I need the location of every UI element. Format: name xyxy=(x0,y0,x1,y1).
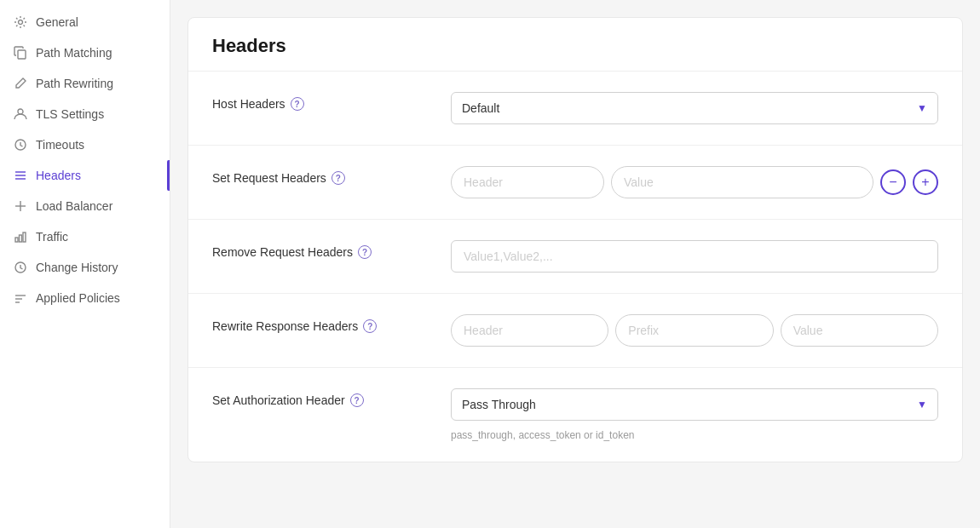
pencil-icon xyxy=(14,77,27,90)
svg-rect-1 xyxy=(18,50,26,59)
host-headers-dropdown-value: Default xyxy=(462,101,499,115)
set-request-headers-controls: Header Value − + xyxy=(451,166,938,198)
authorization-dropdown-value: Pass Through xyxy=(462,398,536,411)
rewrite-response-headers-row: Rewrite Response Headers ? Header Prefix… xyxy=(212,314,938,347)
cross-icon xyxy=(14,199,27,213)
set-request-headers-section: Set Request Headers ? Header Value − + xyxy=(188,145,962,219)
sidebar-item-tls-settings-label: TLS Settings xyxy=(36,107,104,121)
authorization-dropdown[interactable]: Pass Through ▼ xyxy=(451,388,938,421)
set-authorization-header-row: Set Authorization Header ? Pass Through … xyxy=(212,388,938,441)
set-authorization-header-section: Set Authorization Header ? Pass Through … xyxy=(188,367,962,462)
set-authorization-header-label: Set Authorization Header ? xyxy=(212,388,434,407)
copy-icon xyxy=(14,46,27,60)
page-title: Headers xyxy=(212,35,938,57)
sidebar-item-headers-label: Headers xyxy=(36,169,81,182)
authorization-hint: pass_through, access_token or id_token xyxy=(451,429,634,441)
svg-point-0 xyxy=(19,20,23,25)
sidebar: General Path Matching Path Rewriting TLS xyxy=(0,0,170,528)
rewrite-response-headers-help-icon[interactable]: ? xyxy=(363,319,377,333)
clock-icon xyxy=(14,138,27,152)
rewrite-response-headers-section: Rewrite Response Headers ? Header Prefix… xyxy=(188,293,962,367)
set-request-headers-help-icon[interactable]: ? xyxy=(331,171,345,185)
response-header-input[interactable]: Header xyxy=(451,314,608,347)
remove-request-headers-label: Remove Request Headers ? xyxy=(212,240,434,259)
set-request-headers-label: Set Request Headers ? xyxy=(212,166,434,185)
host-headers-dropdown[interactable]: Default ▼ xyxy=(451,92,938,124)
chevron-down-icon: ▼ xyxy=(917,399,927,410)
remove-request-headers-help-icon[interactable]: ? xyxy=(358,245,372,259)
host-headers-help-icon[interactable]: ? xyxy=(291,97,304,111)
host-headers-label: Host Headers ? xyxy=(212,92,434,111)
main-content: Headers Host Headers ? Default ▼ xyxy=(170,0,980,528)
remove-request-headers-section: Remove Request Headers ? Value1,Value2,.… xyxy=(188,219,962,293)
add-header-button[interactable]: + xyxy=(913,169,938,195)
set-authorization-header-help-icon[interactable]: ? xyxy=(350,393,364,407)
remove-header-button[interactable]: − xyxy=(880,169,906,195)
content-card: Headers Host Headers ? Default ▼ xyxy=(187,17,963,462)
set-request-headers-row: Set Request Headers ? Header Value − + xyxy=(212,166,938,198)
person-icon xyxy=(14,107,27,121)
sidebar-item-change-history[interactable]: Change History xyxy=(0,252,170,283)
bar-chart-icon xyxy=(14,230,27,244)
svg-rect-10 xyxy=(20,235,22,242)
rewrite-response-headers-label: Rewrite Response Headers ? xyxy=(212,314,434,333)
svg-point-2 xyxy=(18,109,23,114)
sidebar-item-general-label: General xyxy=(36,15,78,29)
response-value-input[interactable]: Value xyxy=(781,314,938,347)
request-header-input[interactable]: Header xyxy=(451,166,604,198)
chevron-down-icon: ▼ xyxy=(917,102,927,114)
remove-request-headers-controls: Value1,Value2,... xyxy=(451,240,938,273)
sidebar-item-path-matching-label: Path Matching xyxy=(36,46,112,60)
change-history-icon xyxy=(14,261,27,274)
sidebar-item-timeouts[interactable]: Timeouts xyxy=(0,129,170,160)
card-header: Headers xyxy=(188,18,962,71)
host-headers-row: Host Headers ? Default ▼ xyxy=(212,92,938,124)
sidebar-item-path-rewriting-label: Path Rewriting xyxy=(36,77,113,90)
authorization-controls: Pass Through ▼ pass_through, access_toke… xyxy=(451,388,938,441)
sidebar-item-path-rewriting[interactable]: Path Rewriting xyxy=(0,68,170,99)
sidebar-item-applied-policies-label: Applied Policies xyxy=(36,291,120,305)
sidebar-item-headers[interactable]: Headers xyxy=(0,160,170,191)
sidebar-item-applied-policies[interactable]: Applied Policies xyxy=(0,283,170,313)
response-prefix-input[interactable]: Prefix xyxy=(615,314,773,347)
remove-request-headers-row: Remove Request Headers ? Value1,Value2,.… xyxy=(212,240,938,273)
gear-icon xyxy=(14,15,27,29)
sidebar-item-traffic[interactable]: Traffic xyxy=(0,221,170,252)
applied-policies-icon xyxy=(14,291,27,305)
sidebar-item-path-matching[interactable]: Path Matching xyxy=(0,37,170,68)
sidebar-item-load-balancer[interactable]: Load Balancer xyxy=(0,191,170,221)
sidebar-item-change-history-label: Change History xyxy=(36,261,118,274)
svg-rect-11 xyxy=(23,232,26,242)
lines-icon xyxy=(14,169,27,182)
host-headers-controls: Default ▼ xyxy=(451,92,938,124)
sidebar-item-timeouts-label: Timeouts xyxy=(36,138,84,152)
sidebar-item-general[interactable]: General xyxy=(0,7,170,37)
request-value-input[interactable]: Value xyxy=(611,166,873,198)
remove-headers-input[interactable]: Value1,Value2,... xyxy=(451,240,938,273)
sidebar-item-load-balancer-label: Load Balancer xyxy=(36,199,112,213)
host-headers-section: Host Headers ? Default ▼ xyxy=(188,71,962,145)
svg-rect-9 xyxy=(15,238,18,242)
sidebar-item-tls-settings[interactable]: TLS Settings xyxy=(0,99,170,129)
sidebar-item-traffic-label: Traffic xyxy=(36,230,68,244)
rewrite-response-controls: Header Prefix Value xyxy=(451,314,938,347)
